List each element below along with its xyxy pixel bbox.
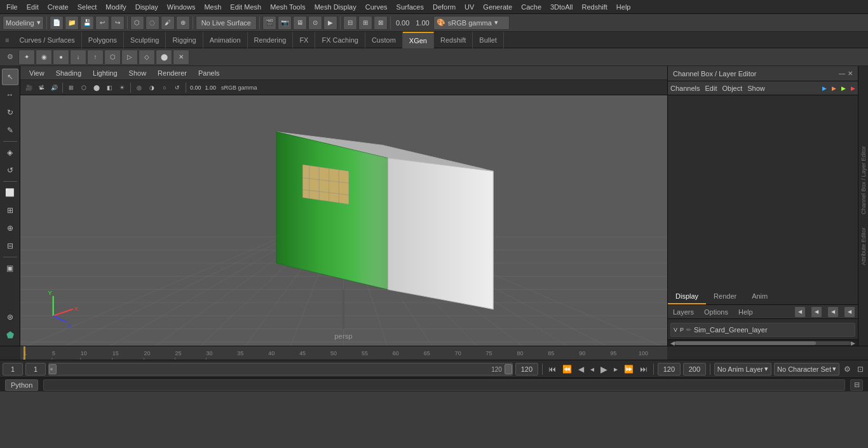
tab-rendering[interactable]: Rendering (248, 32, 294, 48)
timeline-ruler[interactable]: 1 5 10 15 20 25 30 35 40 45 50 55 60 65 … (20, 346, 667, 360)
prev-frame-btn[interactable]: ◀ (576, 365, 586, 374)
vt-shadow[interactable]: ◑ (146, 82, 158, 93)
channels-object[interactable]: Object (722, 85, 742, 92)
render3-btn[interactable]: 🖥 (293, 16, 307, 30)
menu-edit[interactable]: Edit (23, 2, 43, 12)
timeline[interactable]: 1 5 10 15 20 25 30 35 40 45 50 55 60 65 … (0, 346, 868, 360)
scale-tool-left[interactable]: ✎ (2, 122, 18, 139)
scroll-right-btn[interactable]: ▶ (851, 340, 855, 346)
vm-view[interactable]: View (24, 68, 50, 78)
tool3[interactable]: ● (53, 50, 69, 65)
layout-btn3[interactable]: ⊠ (374, 16, 388, 30)
channels-edit[interactable]: Edit (705, 85, 717, 92)
menu-3dtoll[interactable]: 3DtoAll (546, 2, 576, 12)
render5-btn[interactable]: ▶ (323, 16, 337, 30)
menu-surfaces[interactable]: Surfaces (393, 2, 428, 12)
viewport-canvas[interactable]: X Y Z persp (20, 95, 667, 346)
step-fwd-btn[interactable]: ⏩ (622, 365, 635, 374)
tool9[interactable]: ⬤ (156, 50, 172, 65)
menu-create[interactable]: Create (44, 2, 72, 12)
channels-label[interactable]: Channels (670, 85, 700, 92)
layer-move-down-btn[interactable]: ◀ (844, 306, 855, 318)
menu-deform[interactable]: Deform (429, 2, 459, 12)
skip-start-btn[interactable]: ⏮ (546, 365, 558, 374)
vt-light[interactable]: ☀ (116, 82, 128, 93)
vt-texture[interactable]: ◧ (104, 82, 115, 93)
viewport-btn[interactable]: ▣ (2, 260, 18, 276)
open-file-btn[interactable]: 📁 (65, 16, 79, 30)
right-panel-close[interactable]: ✕ (848, 70, 853, 77)
vm-renderer[interactable]: Renderer (153, 68, 192, 78)
select-tool-left[interactable]: ↖ (2, 69, 18, 85)
python-tab[interactable]: Python (5, 379, 38, 391)
tab-bullet[interactable]: Bullet (473, 32, 504, 48)
menu-edit-mesh[interactable]: Edit Mesh (226, 2, 265, 12)
tool4[interactable]: ↓ (70, 50, 86, 65)
rp-options[interactable]: Options (702, 307, 731, 317)
layer-playback[interactable]: P (680, 327, 684, 333)
settings-btn[interactable]: ⚙ (3, 50, 18, 65)
menu-mesh-display[interactable]: Mesh Display (311, 2, 360, 12)
grid-left[interactable]: ⊞ (2, 202, 18, 219)
layer-row[interactable]: V P ✏ Sim_Card_Green_layer (670, 323, 855, 337)
paint-btn[interactable]: 🖌 (161, 16, 175, 30)
tool7[interactable]: ▷ (121, 50, 138, 65)
layer-visibility[interactable]: V (674, 327, 677, 333)
anim-end-input[interactable] (658, 363, 681, 376)
layout-btn2[interactable]: ⊞ (358, 16, 372, 30)
undo-btn[interactable]: ↩ (95, 16, 109, 30)
live-surface-btn[interactable]: No Live Surface (196, 16, 257, 30)
scroll-track[interactable] (675, 341, 851, 345)
lasso-btn[interactable]: ◌ (146, 16, 159, 30)
tool2[interactable]: ◉ (36, 50, 52, 65)
menu-curves[interactable]: Curves (362, 2, 391, 12)
vt-sound[interactable]: 🔊 (48, 82, 60, 93)
right-panel-scrollbar[interactable]: ◀ ▶ (668, 339, 858, 346)
menu-toggle-btn[interactable]: ≡ (1, 36, 13, 44)
menu-file[interactable]: File (3, 2, 22, 12)
skip-end-btn[interactable]: ⏭ (638, 365, 649, 374)
rotate-tool-left[interactable]: ↻ (2, 104, 18, 121)
tab-fx-caching[interactable]: FX Caching (315, 32, 365, 48)
current-frame-input[interactable] (3, 363, 23, 376)
vt-refresh[interactable]: ↺ (172, 82, 183, 93)
tool8[interactable]: ◇ (139, 50, 155, 65)
tab-sculpting[interactable]: Sculpting (124, 32, 166, 48)
vt-colorspace[interactable]: sRGB gamma (219, 82, 260, 93)
select-tool-btn[interactable]: ⬡ (130, 16, 144, 30)
anim-layer-dropdown[interactable]: No Anim Layer ▾ (714, 363, 771, 376)
menu-mesh-tools[interactable]: Mesh Tools (266, 2, 309, 12)
vt-grid[interactable]: ⊞ (65, 82, 77, 93)
script-editor-btn[interactable]: ⊟ (850, 379, 863, 391)
vm-shading[interactable]: Shading (51, 68, 86, 78)
tab-animation[interactable]: Animation (203, 32, 248, 48)
redo-btn[interactable]: ↪ (111, 16, 125, 30)
grid-snap-left[interactable]: ⊛ (2, 309, 18, 325)
layer-move-up-btn[interactable]: ◀ (827, 306, 839, 318)
menu-windows[interactable]: Windows (163, 2, 200, 12)
tool10[interactable]: ✕ (173, 50, 189, 65)
menu-redshift[interactable]: Redshift (578, 2, 611, 12)
scroll-thumb[interactable] (675, 341, 816, 345)
tab-redshift[interactable]: Redshift (434, 32, 473, 48)
render2-btn[interactable]: 📷 (278, 16, 292, 30)
anim-max-input[interactable] (683, 363, 706, 376)
prefs-btn[interactable]: ⚙ (842, 365, 853, 374)
rp-tab-display[interactable]: Display (668, 290, 706, 304)
render4-btn[interactable]: ⊙ (308, 16, 322, 30)
vt-film[interactable]: 📽 (36, 82, 47, 93)
vt-solid[interactable]: ⬤ (91, 82, 102, 93)
vm-panels[interactable]: Panels (193, 68, 225, 78)
rp-help[interactable]: Help (736, 307, 756, 317)
right-panel-minimize[interactable]: — (839, 70, 845, 77)
channels-show[interactable]: Show (747, 85, 765, 92)
marquee-left[interactable]: ⬜ (2, 184, 18, 201)
save-file-btn[interactable]: 💾 (80, 16, 94, 30)
subtract-left[interactable]: ⊟ (2, 238, 18, 254)
menu-help[interactable]: Help (613, 2, 635, 12)
viewport[interactable]: View Shading Lighting Show Renderer Pane… (20, 66, 667, 346)
vm-show[interactable]: Show (124, 68, 152, 78)
range-end-handle[interactable] (505, 364, 512, 374)
menu-select[interactable]: Select (74, 2, 101, 12)
mode-dropdown[interactable]: Modeling ▾ (3, 16, 44, 30)
